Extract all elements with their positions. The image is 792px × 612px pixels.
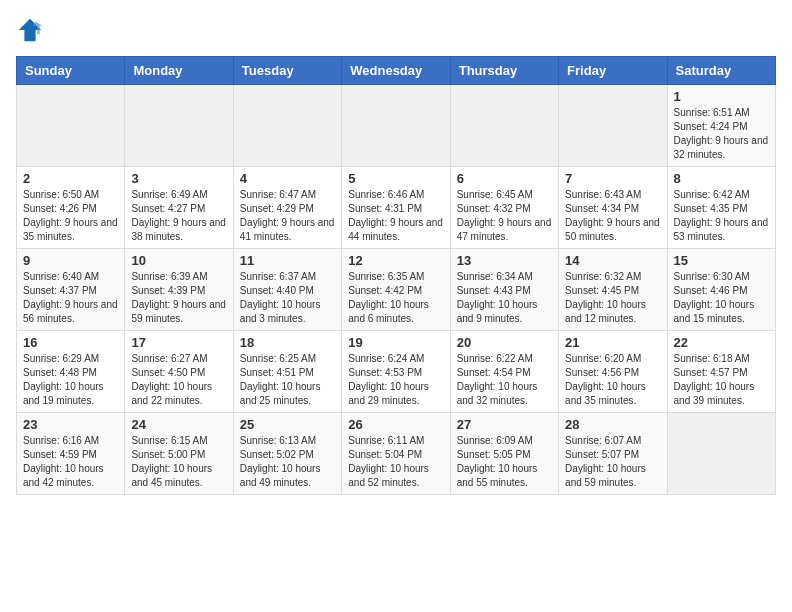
- weekday-header-monday: Monday: [125, 57, 233, 85]
- day-number: 6: [457, 171, 552, 186]
- weekday-header-sunday: Sunday: [17, 57, 125, 85]
- calendar-cell-week1-day1: 3Sunrise: 6:49 AM Sunset: 4:27 PM Daylig…: [125, 167, 233, 249]
- calendar-cell-week0-day5: [559, 85, 667, 167]
- calendar-cell-week2-day6: 15Sunrise: 6:30 AM Sunset: 4:46 PM Dayli…: [667, 249, 775, 331]
- day-info: Sunrise: 6:27 AM Sunset: 4:50 PM Dayligh…: [131, 352, 226, 408]
- day-info: Sunrise: 6:20 AM Sunset: 4:56 PM Dayligh…: [565, 352, 660, 408]
- day-number: 18: [240, 335, 335, 350]
- day-number: 5: [348, 171, 443, 186]
- day-number: 24: [131, 417, 226, 432]
- calendar-cell-week2-day4: 13Sunrise: 6:34 AM Sunset: 4:43 PM Dayli…: [450, 249, 558, 331]
- calendar-cell-week1-day4: 6Sunrise: 6:45 AM Sunset: 4:32 PM Daylig…: [450, 167, 558, 249]
- day-info: Sunrise: 6:30 AM Sunset: 4:46 PM Dayligh…: [674, 270, 769, 326]
- day-info: Sunrise: 6:51 AM Sunset: 4:24 PM Dayligh…: [674, 106, 769, 162]
- calendar-cell-week0-day4: [450, 85, 558, 167]
- day-number: 22: [674, 335, 769, 350]
- weekday-header-saturday: Saturday: [667, 57, 775, 85]
- calendar-cell-week2-day2: 11Sunrise: 6:37 AM Sunset: 4:40 PM Dayli…: [233, 249, 341, 331]
- calendar-cell-week3-day6: 22Sunrise: 6:18 AM Sunset: 4:57 PM Dayli…: [667, 331, 775, 413]
- day-number: 28: [565, 417, 660, 432]
- day-number: 8: [674, 171, 769, 186]
- calendar-cell-week4-day6: [667, 413, 775, 495]
- day-info: Sunrise: 6:47 AM Sunset: 4:29 PM Dayligh…: [240, 188, 335, 244]
- calendar-cell-week1-day2: 4Sunrise: 6:47 AM Sunset: 4:29 PM Daylig…: [233, 167, 341, 249]
- day-info: Sunrise: 6:37 AM Sunset: 4:40 PM Dayligh…: [240, 270, 335, 326]
- calendar-cell-week4-day5: 28Sunrise: 6:07 AM Sunset: 5:07 PM Dayli…: [559, 413, 667, 495]
- calendar-cell-week4-day4: 27Sunrise: 6:09 AM Sunset: 5:05 PM Dayli…: [450, 413, 558, 495]
- day-info: Sunrise: 6:40 AM Sunset: 4:37 PM Dayligh…: [23, 270, 118, 326]
- day-info: Sunrise: 6:29 AM Sunset: 4:48 PM Dayligh…: [23, 352, 118, 408]
- day-number: 10: [131, 253, 226, 268]
- day-number: 16: [23, 335, 118, 350]
- day-info: Sunrise: 6:07 AM Sunset: 5:07 PM Dayligh…: [565, 434, 660, 490]
- day-info: Sunrise: 6:13 AM Sunset: 5:02 PM Dayligh…: [240, 434, 335, 490]
- day-number: 23: [23, 417, 118, 432]
- day-info: Sunrise: 6:24 AM Sunset: 4:53 PM Dayligh…: [348, 352, 443, 408]
- calendar-cell-week4-day1: 24Sunrise: 6:15 AM Sunset: 5:00 PM Dayli…: [125, 413, 233, 495]
- calendar-cell-week3-day1: 17Sunrise: 6:27 AM Sunset: 4:50 PM Dayli…: [125, 331, 233, 413]
- calendar-cell-week0-day0: [17, 85, 125, 167]
- day-info: Sunrise: 6:43 AM Sunset: 4:34 PM Dayligh…: [565, 188, 660, 244]
- calendar-cell-week2-day5: 14Sunrise: 6:32 AM Sunset: 4:45 PM Dayli…: [559, 249, 667, 331]
- calendar: SundayMondayTuesdayWednesdayThursdayFrid…: [16, 56, 776, 495]
- day-info: Sunrise: 6:25 AM Sunset: 4:51 PM Dayligh…: [240, 352, 335, 408]
- day-number: 21: [565, 335, 660, 350]
- day-number: 20: [457, 335, 552, 350]
- calendar-cell-week0-day2: [233, 85, 341, 167]
- calendar-cell-week3-day2: 18Sunrise: 6:25 AM Sunset: 4:51 PM Dayli…: [233, 331, 341, 413]
- day-number: 26: [348, 417, 443, 432]
- day-info: Sunrise: 6:50 AM Sunset: 4:26 PM Dayligh…: [23, 188, 118, 244]
- weekday-header-tuesday: Tuesday: [233, 57, 341, 85]
- day-number: 17: [131, 335, 226, 350]
- day-number: 27: [457, 417, 552, 432]
- day-number: 9: [23, 253, 118, 268]
- day-info: Sunrise: 6:35 AM Sunset: 4:42 PM Dayligh…: [348, 270, 443, 326]
- day-number: 3: [131, 171, 226, 186]
- calendar-cell-week3-day3: 19Sunrise: 6:24 AM Sunset: 4:53 PM Dayli…: [342, 331, 450, 413]
- day-info: Sunrise: 6:49 AM Sunset: 4:27 PM Dayligh…: [131, 188, 226, 244]
- day-info: Sunrise: 6:42 AM Sunset: 4:35 PM Dayligh…: [674, 188, 769, 244]
- day-number: 7: [565, 171, 660, 186]
- calendar-cell-week0-day3: [342, 85, 450, 167]
- day-info: Sunrise: 6:46 AM Sunset: 4:31 PM Dayligh…: [348, 188, 443, 244]
- weekday-header-friday: Friday: [559, 57, 667, 85]
- day-info: Sunrise: 6:16 AM Sunset: 4:59 PM Dayligh…: [23, 434, 118, 490]
- day-info: Sunrise: 6:11 AM Sunset: 5:04 PM Dayligh…: [348, 434, 443, 490]
- day-number: 11: [240, 253, 335, 268]
- day-number: 15: [674, 253, 769, 268]
- day-info: Sunrise: 6:09 AM Sunset: 5:05 PM Dayligh…: [457, 434, 552, 490]
- day-number: 25: [240, 417, 335, 432]
- calendar-cell-week0-day1: [125, 85, 233, 167]
- calendar-cell-week3-day0: 16Sunrise: 6:29 AM Sunset: 4:48 PM Dayli…: [17, 331, 125, 413]
- day-number: 14: [565, 253, 660, 268]
- calendar-cell-week3-day4: 20Sunrise: 6:22 AM Sunset: 4:54 PM Dayli…: [450, 331, 558, 413]
- logo: [16, 16, 48, 44]
- day-info: Sunrise: 6:32 AM Sunset: 4:45 PM Dayligh…: [565, 270, 660, 326]
- calendar-cell-week2-day1: 10Sunrise: 6:39 AM Sunset: 4:39 PM Dayli…: [125, 249, 233, 331]
- day-info: Sunrise: 6:34 AM Sunset: 4:43 PM Dayligh…: [457, 270, 552, 326]
- day-info: Sunrise: 6:18 AM Sunset: 4:57 PM Dayligh…: [674, 352, 769, 408]
- logo-icon: [16, 16, 44, 44]
- day-info: Sunrise: 6:45 AM Sunset: 4:32 PM Dayligh…: [457, 188, 552, 244]
- day-number: 13: [457, 253, 552, 268]
- day-number: 2: [23, 171, 118, 186]
- calendar-cell-week0-day6: 1Sunrise: 6:51 AM Sunset: 4:24 PM Daylig…: [667, 85, 775, 167]
- calendar-cell-week1-day5: 7Sunrise: 6:43 AM Sunset: 4:34 PM Daylig…: [559, 167, 667, 249]
- day-number: 1: [674, 89, 769, 104]
- calendar-cell-week3-day5: 21Sunrise: 6:20 AM Sunset: 4:56 PM Dayli…: [559, 331, 667, 413]
- day-info: Sunrise: 6:22 AM Sunset: 4:54 PM Dayligh…: [457, 352, 552, 408]
- calendar-cell-week1-day6: 8Sunrise: 6:42 AM Sunset: 4:35 PM Daylig…: [667, 167, 775, 249]
- day-number: 12: [348, 253, 443, 268]
- calendar-cell-week1-day3: 5Sunrise: 6:46 AM Sunset: 4:31 PM Daylig…: [342, 167, 450, 249]
- calendar-cell-week4-day3: 26Sunrise: 6:11 AM Sunset: 5:04 PM Dayli…: [342, 413, 450, 495]
- weekday-header-thursday: Thursday: [450, 57, 558, 85]
- calendar-cell-week4-day0: 23Sunrise: 6:16 AM Sunset: 4:59 PM Dayli…: [17, 413, 125, 495]
- day-info: Sunrise: 6:15 AM Sunset: 5:00 PM Dayligh…: [131, 434, 226, 490]
- day-number: 19: [348, 335, 443, 350]
- calendar-cell-week4-day2: 25Sunrise: 6:13 AM Sunset: 5:02 PM Dayli…: [233, 413, 341, 495]
- day-info: Sunrise: 6:39 AM Sunset: 4:39 PM Dayligh…: [131, 270, 226, 326]
- calendar-cell-week2-day3: 12Sunrise: 6:35 AM Sunset: 4:42 PM Dayli…: [342, 249, 450, 331]
- calendar-cell-week1-day0: 2Sunrise: 6:50 AM Sunset: 4:26 PM Daylig…: [17, 167, 125, 249]
- header: [16, 16, 776, 44]
- day-number: 4: [240, 171, 335, 186]
